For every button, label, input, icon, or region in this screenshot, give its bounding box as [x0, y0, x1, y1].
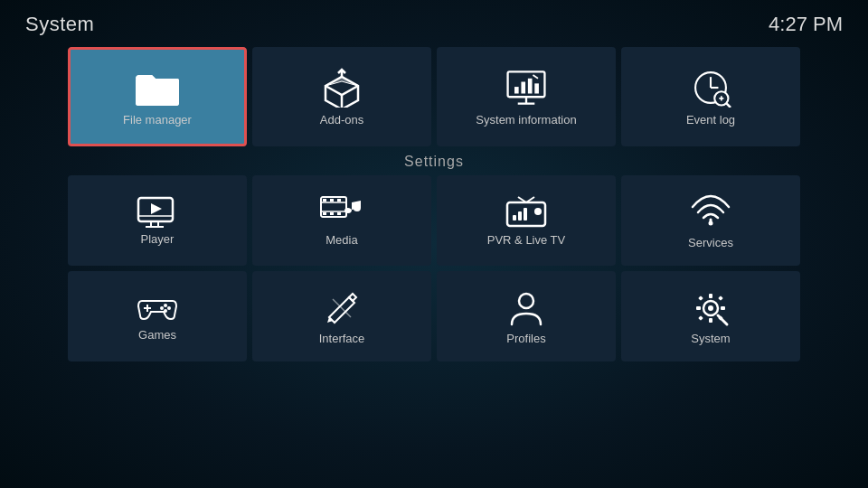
media-label: Media	[326, 233, 357, 247]
top-tiles-row: File manager Add-ons	[0, 47, 868, 146]
svg-rect-3	[508, 71, 545, 97]
svg-point-36	[534, 208, 542, 215]
system-icon	[691, 288, 731, 328]
svg-point-48	[519, 294, 533, 308]
svg-rect-55	[718, 296, 723, 301]
file-manager-label: File manager	[123, 113, 192, 127]
system-information-icon	[503, 68, 550, 108]
player-label: Player	[141, 232, 175, 246]
settings-row-2: Games Interface	[25, 271, 843, 361]
svg-point-46	[164, 309, 167, 313]
svg-point-43	[164, 304, 167, 307]
services-label: Services	[688, 236, 733, 249]
tile-interface[interactable]: Interface	[252, 271, 431, 361]
svg-rect-29	[337, 199, 341, 202]
svg-rect-54	[698, 296, 703, 301]
svg-rect-50	[709, 294, 712, 298]
svg-rect-8	[528, 78, 533, 93]
settings-section-label: Settings	[0, 154, 868, 170]
svg-rect-32	[337, 212, 341, 215]
svg-rect-52	[696, 306, 701, 310]
games-label: Games	[138, 328, 176, 342]
clock: 4:27 PM	[769, 13, 843, 36]
games-icon	[135, 292, 180, 324]
settings-row-1: Player Media	[25, 175, 843, 266]
tile-games[interactable]: Games	[68, 271, 247, 361]
svg-point-44	[167, 306, 171, 310]
svg-point-40	[709, 221, 713, 225]
tile-player[interactable]: Player	[68, 175, 247, 266]
svg-rect-51	[709, 318, 712, 323]
svg-rect-38	[518, 211, 522, 221]
add-ons-icon	[318, 68, 365, 108]
pvr-live-tv-icon	[505, 195, 547, 230]
svg-rect-31	[330, 212, 334, 215]
tile-file-manager[interactable]: File manager	[68, 47, 247, 146]
interface-label: Interface	[319, 332, 365, 345]
tile-event-log[interactable]: Event log	[621, 47, 800, 146]
svg-marker-23	[151, 203, 162, 214]
profiles-icon	[506, 288, 546, 328]
media-icon	[319, 195, 364, 230]
svg-point-45	[160, 306, 164, 310]
svg-rect-37	[513, 215, 516, 221]
svg-rect-7	[521, 81, 525, 93]
svg-line-10	[533, 75, 538, 79]
player-icon	[137, 196, 178, 229]
svg-line-15	[726, 102, 731, 107]
settings-grid: Player Media	[0, 175, 868, 361]
tile-add-ons[interactable]: Add-ons	[252, 47, 431, 146]
tile-media[interactable]: Media	[252, 175, 431, 266]
svg-line-58	[718, 315, 727, 324]
profiles-label: Profiles	[506, 332, 545, 345]
svg-rect-39	[524, 208, 527, 221]
interface-icon	[322, 288, 362, 328]
add-ons-label: Add-ons	[320, 113, 363, 127]
svg-rect-9	[534, 83, 539, 93]
svg-rect-1	[136, 79, 179, 106]
event-log-label: Event log	[686, 113, 735, 127]
system-label: System	[691, 332, 730, 345]
services-icon	[691, 192, 731, 232]
pvr-live-tv-label: PVR & Live TV	[487, 233, 565, 247]
svg-rect-27	[323, 199, 326, 202]
svg-rect-53	[721, 306, 725, 310]
tile-services[interactable]: Services	[621, 175, 800, 266]
event-log-icon	[687, 68, 734, 108]
tile-pvr-live-tv[interactable]: PVR & Live TV	[437, 175, 616, 266]
page-title: System	[25, 13, 94, 36]
tile-system[interactable]: System	[621, 271, 800, 361]
svg-rect-28	[330, 199, 334, 202]
system-information-label: System information	[476, 113, 576, 127]
svg-rect-30	[323, 212, 326, 215]
svg-point-49	[708, 305, 713, 311]
svg-rect-6	[514, 87, 519, 93]
svg-rect-56	[698, 315, 703, 321]
file-manager-icon	[134, 68, 181, 108]
tile-system-information[interactable]: System information	[437, 47, 616, 146]
tile-profiles[interactable]: Profiles	[437, 271, 616, 361]
